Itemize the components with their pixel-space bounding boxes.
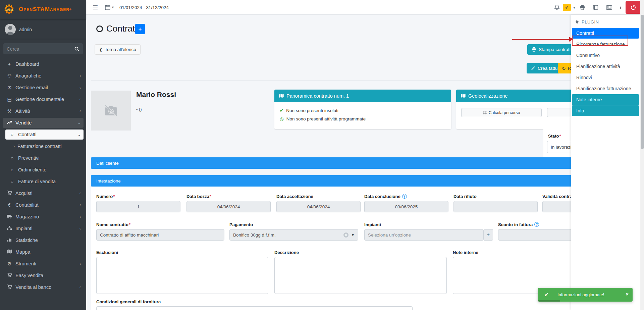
keyboard-icon[interactable]: [603, 0, 615, 15]
calendar-icon[interactable]: ▼: [103, 0, 116, 15]
printer-icon[interactable]: [577, 0, 588, 15]
sidebar-item-anagrafiche[interactable]: ⚇Anagrafiche‹: [3, 71, 84, 81]
bell-icon[interactable]: [552, 0, 561, 15]
condizioni-textarea[interactable]: [96, 306, 413, 310]
data-rifiuto-input[interactable]: [453, 201, 538, 212]
clock-icon: ◷: [280, 116, 284, 121]
plugin-item-note-interne[interactable]: Note interne: [572, 94, 639, 105]
annotation-arrow: [512, 39, 570, 40]
descrizione-textarea[interactable]: [274, 257, 447, 294]
close-icon[interactable]: ×: [626, 291, 629, 297]
plugin-item-pianificazione-attivita[interactable]: Pianificazione attività: [572, 61, 639, 72]
sidebar-item-preventivi[interactable]: ○Preventivi: [5, 153, 84, 163]
power-icon: [631, 5, 636, 10]
book-icon[interactable]: [590, 0, 601, 15]
chart-line-icon: [5, 120, 13, 125]
plug-icon: [575, 20, 579, 24]
plugin-item-info[interactable]: Info: [572, 105, 639, 116]
sidebar-item-impianti[interactable]: Impianti‹: [3, 223, 84, 234]
search-button[interactable]: [71, 43, 83, 54]
plugin-item-consuntivo[interactable]: Consuntivo: [572, 50, 639, 61]
condizioni-label: Condizioni generali di fornitura: [96, 299, 161, 304]
sidebar-item-magazzino[interactable]: Magazzino‹: [3, 212, 84, 222]
data-rifiuto-label: Data rifiuto: [453, 194, 477, 199]
plugin-item-ricorrenza-fatturazione[interactable]: Ricorrenza fatturazione: [572, 39, 639, 50]
plugin-item-rinnovi[interactable]: Rinnovi: [572, 72, 639, 83]
caret-down-icon: ▼: [351, 233, 355, 237]
user-panel[interactable]: admin: [0, 19, 86, 39]
circle-icon: ○: [8, 155, 16, 161]
map-icon: [279, 94, 284, 98]
cart-icon: [5, 191, 13, 196]
sidebar-item-vendite[interactable]: Vendite⌄: [3, 118, 84, 128]
tachometer-icon: ◕: [5, 61, 13, 67]
app-logo[interactable]: ⚙OSM OpenSTAManager®: [0, 0, 86, 19]
info-icon[interactable]: i: [616, 0, 625, 15]
search-input[interactable]: [3, 43, 71, 54]
caret-down-icon[interactable]: ▼: [573, 6, 576, 9]
chevron-left-icon: ‹: [79, 97, 81, 102]
date-range[interactable]: 01/01/2024 - 31/12/2024: [119, 0, 169, 15]
pagamento-label: Pagamento: [229, 222, 253, 227]
numero-label: Numero*: [96, 194, 115, 199]
map-icon: [5, 249, 13, 255]
clear-icon[interactable]: ✕: [343, 232, 348, 238]
sidebar-item-ordini-cliente[interactable]: ○Ordini cliente: [5, 165, 84, 175]
back-to-list-button[interactable]: ❮Torna all'elenco: [95, 44, 141, 55]
section-intestazione[interactable]: Intestazione: [91, 175, 635, 187]
impianti-select[interactable]: Seleziona un'opzione: [364, 229, 484, 241]
sidebar-item-dashboard[interactable]: ◕Dashboard: [3, 59, 84, 69]
chevron-left-icon: ‹: [79, 203, 81, 207]
magic-wand-icon: [531, 66, 535, 70]
impianti-add-button[interactable]: +: [484, 229, 493, 241]
sidebar-item-contratti[interactable]: ○Contratti⌄: [5, 130, 84, 140]
sidebar-item-fatturazione-contratti[interactable]: ›Fatturazione contratti: [11, 141, 84, 151]
data-accettazione-label: Data accettazione: [276, 194, 313, 199]
nome-contratto-input[interactable]: [96, 229, 224, 241]
chevron-left-icon: ‹: [79, 73, 81, 78]
add-contract-button[interactable]: +: [135, 24, 145, 34]
sidebar-item-acquisti[interactable]: Acquisti‹: [3, 188, 84, 198]
client-photo-placeholder: [91, 91, 131, 131]
plugin-item-pianificazione-fatturazione[interactable]: Pianificazione fatturazione: [572, 83, 639, 94]
data-bozza-input[interactable]: [186, 201, 271, 212]
check-icon: ✔: [544, 291, 549, 298]
status-check-badge[interactable]: ✔: [563, 4, 571, 11]
data-bozza-label: Data bozza*: [186, 194, 211, 199]
help-icon[interactable]: ?: [534, 222, 539, 227]
toast-notification: ✔ Informazioni aggiornate! ×: [538, 288, 633, 302]
plugin-item-contratti[interactable]: Contratti: [572, 28, 639, 39]
sidebar-item-gestione-documentale[interactable]: ▤Gestione documentale‹: [3, 94, 84, 104]
sidebar-item-fatture-di-vendita[interactable]: ○Fatture di vendita: [5, 176, 84, 187]
sidebar-item-contabilita[interactable]: €Contabilità‹: [3, 200, 84, 210]
sidebar-item-easy-vendita[interactable]: Easy vendita: [3, 270, 84, 280]
stato-label: Stato*: [548, 134, 561, 139]
page-scrollbar[interactable]: [640, 0, 644, 310]
data-conclusione-input[interactable]: [364, 201, 448, 212]
sidebar-item-strumenti[interactable]: ⚙Strumenti‹: [3, 259, 84, 269]
contract-overview-header: Panoramica contratto num. 1: [274, 90, 451, 102]
sidebar-item-vendita-al-banco[interactable]: Vendita al banco‹: [3, 282, 84, 292]
avatar: [5, 24, 16, 35]
contract-overview-card: Panoramica contratto num. 1 ✔Non sono pr…: [274, 90, 451, 129]
scrollbar-thumb[interactable]: [641, 15, 644, 149]
brand-name: OpenSTAManager: [19, 6, 69, 13]
sidebar-item-attivita[interactable]: ⚒Attività‹: [3, 106, 84, 116]
chevron-left-icon: ❮: [99, 47, 103, 52]
gear-icon: ⚙: [5, 261, 13, 266]
pagamento-select[interactable]: Bonifico 30gg d.f.f.m. ✕ ▼: [229, 229, 358, 241]
calculate-route-button[interactable]: Calcola percorso: [461, 108, 542, 117]
search-icon: [74, 47, 79, 51]
hamburger-menu-icon[interactable]: ☰: [90, 0, 100, 15]
section-dati-cliente[interactable]: Dati cliente: [91, 157, 635, 169]
sidebar-item-statistiche[interactable]: Statistiche: [3, 235, 84, 245]
logout-power-button[interactable]: [626, 1, 641, 14]
sidebar-item-gestione-email[interactable]: ✉Gestione email‹: [3, 83, 84, 93]
sconto-label: Sconto in fattura?: [498, 222, 539, 227]
help-icon[interactable]: ?: [402, 194, 407, 199]
envelope-icon: ✉: [5, 85, 13, 90]
esclusioni-textarea[interactable]: [96, 257, 268, 294]
sidebar-item-mappa[interactable]: Mappa: [3, 247, 84, 257]
data-accettazione-input[interactable]: [276, 201, 361, 212]
numero-input[interactable]: [96, 201, 180, 212]
